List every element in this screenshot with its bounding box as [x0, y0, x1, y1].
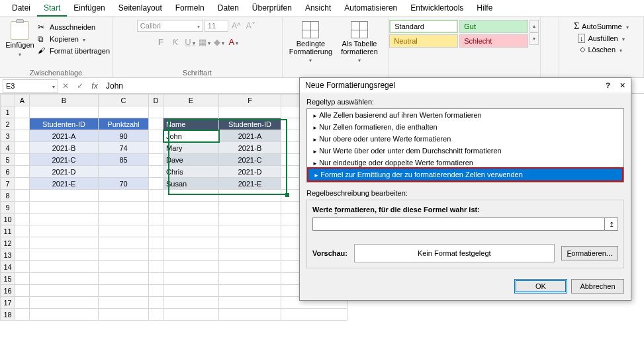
clear-button[interactable]: Löschen — [580, 44, 622, 55]
menu-ansicht[interactable]: Ansicht — [299, 0, 338, 17]
col-header-e[interactable]: E — [163, 95, 219, 106]
copy-button[interactable]: Kopieren — [38, 33, 110, 45]
help-button[interactable] — [606, 81, 610, 90]
menu-entwicklertools[interactable]: Entwicklertools — [404, 0, 470, 17]
format-as-table-button[interactable]: Als Tabelle formatieren — [335, 21, 384, 64]
cell[interactable]: 2021-A — [30, 130, 99, 142]
row-header[interactable]: 18 — [1, 309, 15, 321]
cell[interactable]: 2021-E — [219, 178, 281, 190]
ok-button[interactable]: OK — [514, 279, 567, 294]
fill-button[interactable]: Ausfüllen — [578, 33, 625, 44]
conditional-formatting-button[interactable]: Bedingte Formatierung — [287, 21, 336, 64]
cell[interactable]: Name — [163, 118, 219, 130]
menu-ueberpruefen[interactable]: Überprüfen — [246, 0, 299, 17]
row-header[interactable]: 10 — [1, 214, 15, 225]
italic-button[interactable]: K — [169, 36, 182, 48]
cell[interactable]: 85 — [99, 154, 149, 166]
fill-color-button[interactable]: ◆ — [212, 36, 226, 48]
cancel-formula-button[interactable]: ✕ — [58, 81, 73, 91]
format-painter-button[interactable]: Format übertragen — [38, 45, 110, 57]
row-header[interactable]: 6 — [1, 166, 15, 178]
rule-type-item[interactable]: Nur Zellen formatieren, die enthalten — [307, 121, 623, 133]
rule-formula-input[interactable] — [312, 217, 605, 231]
menu-datei[interactable]: Datei — [5, 0, 37, 17]
style-gut[interactable]: Gut — [459, 20, 528, 33]
collapse-dialog-button[interactable] — [605, 217, 618, 231]
select-all-corner[interactable] — [1, 95, 15, 106]
menu-seitenlayout[interactable]: Seitenlayout — [112, 0, 169, 17]
bold-button[interactable]: F — [154, 36, 167, 48]
paste-dropdown[interactable] — [19, 49, 21, 58]
styles-scroll-up[interactable]: ▴ — [529, 20, 539, 32]
cell[interactable]: 2021-B — [30, 142, 99, 154]
menu-daten[interactable]: Daten — [211, 0, 246, 17]
style-standard[interactable]: Standard — [389, 20, 458, 33]
style-schlecht[interactable]: Schlecht — [459, 34, 528, 48]
cell[interactable]: Dave — [163, 154, 219, 166]
style-neutral[interactable]: Neutral — [389, 34, 458, 48]
menu-formeln[interactable]: Formeln — [169, 0, 211, 17]
cell[interactable]: Punktzahl — [99, 118, 149, 130]
styles-scroll-down[interactable]: ▾ — [529, 32, 539, 45]
paste-button[interactable]: Einfügen — [2, 19, 38, 58]
cell[interactable]: 2021-D — [30, 166, 99, 178]
row-header[interactable]: 1 — [1, 106, 15, 118]
row-header[interactable]: 15 — [1, 273, 15, 285]
underline-button[interactable]: U — [183, 36, 197, 48]
row-header[interactable]: 13 — [1, 249, 15, 261]
cut-button[interactable]: Ausschneiden — [38, 21, 110, 33]
close-button[interactable] — [620, 81, 625, 90]
col-header-f[interactable]: F — [219, 95, 281, 106]
col-header-b[interactable]: B — [30, 95, 99, 106]
format-button[interactable]: Formatieren... — [561, 246, 618, 260]
autosum-button[interactable]: AutoSumme — [574, 20, 629, 33]
cell[interactable]: 70 — [99, 178, 149, 190]
cancel-button[interactable]: Abbrechen — [571, 279, 624, 294]
cell[interactable]: 2021-E — [30, 178, 99, 190]
col-header-a[interactable]: A — [15, 95, 30, 106]
font-name-select[interactable]: Calibri — [137, 20, 203, 32]
cell[interactable]: Susan — [163, 178, 219, 190]
col-header-c[interactable]: C — [99, 95, 149, 106]
row-header[interactable]: 2 — [1, 118, 15, 130]
border-button[interactable]: ▦ — [198, 36, 211, 48]
row-header[interactable]: 3 — [1, 130, 15, 142]
cell-active[interactable]: John — [163, 130, 219, 142]
row-header[interactable]: 12 — [1, 237, 15, 249]
cell[interactable]: Studenten-ID — [30, 118, 99, 130]
cell[interactable]: Mary — [163, 142, 219, 154]
cell[interactable]: 74 — [99, 142, 149, 154]
menu-hilfe[interactable]: Hilfe — [470, 0, 499, 17]
rule-type-item[interactable]: Alle Zellen basierend auf ihren Werten f… — [307, 109, 623, 121]
menu-automatisieren[interactable]: Automatisieren — [338, 0, 404, 17]
menu-start[interactable]: Start — [37, 0, 67, 17]
menu-einfuegen[interactable]: Einfügen — [67, 0, 111, 17]
cell[interactable]: Chris — [163, 166, 219, 178]
rule-type-item[interactable]: Nur obere oder untere Werte formatieren — [307, 133, 623, 145]
row-header[interactable]: 7 — [1, 178, 15, 190]
cell[interactable]: 2021-C — [30, 154, 99, 166]
row-header[interactable]: 5 — [1, 154, 15, 166]
insert-function-button[interactable]: fx — [87, 81, 102, 91]
cell[interactable]: 2021-A — [219, 130, 281, 142]
row-header[interactable]: 16 — [1, 285, 15, 297]
font-size-select[interactable]: 11 — [205, 20, 228, 32]
row-header[interactable]: 9 — [1, 202, 15, 214]
cell[interactable]: 2021-B — [219, 142, 281, 154]
cell[interactable]: 2021-C — [219, 154, 281, 166]
cell[interactable]: Studenten-ID — [219, 118, 281, 130]
name-box[interactable]: E3 — [3, 79, 58, 93]
cell[interactable]: 2021-D — [219, 166, 281, 178]
row-header[interactable]: 17 — [1, 297, 15, 309]
enter-formula-button[interactable]: ✓ — [73, 81, 87, 91]
row-header[interactable]: 14 — [1, 261, 15, 273]
row-header[interactable]: 8 — [1, 190, 15, 202]
col-header-d[interactable]: D — [149, 95, 163, 106]
increase-font-button[interactable]: A^ — [230, 20, 243, 32]
row-header[interactable]: 4 — [1, 142, 15, 154]
cell[interactable]: 90 — [99, 130, 149, 142]
fill-handle[interactable] — [285, 193, 289, 197]
font-color-button[interactable]: A — [227, 36, 240, 48]
decrease-font-button[interactable]: A˅ — [244, 20, 257, 32]
rule-type-item[interactable]: Nur Werte über oder unter dem Durchschni… — [307, 145, 623, 157]
